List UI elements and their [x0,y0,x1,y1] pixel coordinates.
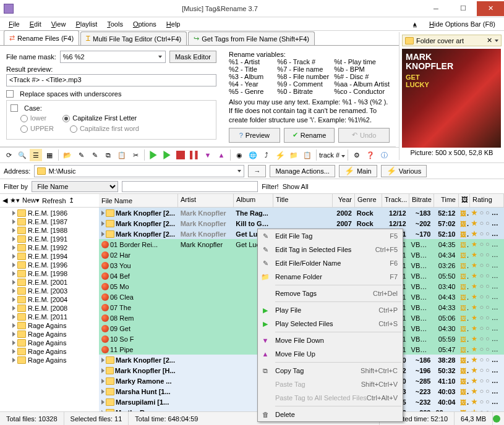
edit-multi-icon[interactable]: ✎ [88,149,101,161]
export-icon[interactable]: ⤴ [260,149,273,161]
col-genre[interactable]: Genre [355,194,382,207]
tree-folder[interactable]: Rage Agains [0,321,99,330]
play-sel-icon[interactable] [161,149,173,161]
filter-button[interactable]: Filter! [262,183,279,190]
expand-icon[interactable] [101,379,105,384]
menu-edit-file-tag[interactable]: ✎Edit File TagF5 [258,229,403,243]
filter-input[interactable] [122,181,258,192]
expand-icon[interactable] [12,237,15,242]
folder-open-icon[interactable]: 📂 [61,149,74,161]
tree-folder[interactable]: Rage Agains [0,330,99,339]
col-filename[interactable]: File Name [99,194,178,207]
tree-folder[interactable]: R.E.M. [1988 [0,226,99,235]
menu-help[interactable]: Help [161,19,186,29]
folder-action-icon[interactable]: 📁 [288,149,300,161]
expand-icon[interactable] [101,211,105,216]
list-row[interactable]: Mark Knopfler [2...Mark KnopflerKill to … [99,218,504,229]
tree-fav-icon[interactable]: ★▾ [10,196,20,204]
tree-folder[interactable]: R.E.M. [1992 [0,243,99,252]
tree-folder[interactable]: Rage Agains [0,356,99,364]
menu-move-file-down[interactable]: ▼Move File Down [258,334,403,347]
expand-icon[interactable] [101,232,105,237]
refresh-icon[interactable]: ⟳ [2,149,15,161]
paste-icon[interactable]: 📋 [116,149,128,161]
menu-move-file-up[interactable]: ▲Move File Up [258,347,403,361]
close-button[interactable]: ✕ [477,1,504,16]
tree-folder[interactable]: R.E.M. [1996 [0,261,99,269]
expand-icon[interactable] [101,221,105,226]
tree-folder[interactable]: Rage Agains [0,339,99,347]
tree-folder[interactable]: R.E.M. [1986 [0,209,99,217]
minimize-button[interactable]: ─ [422,1,450,16]
hide-options-bar[interactable]: Hide Options Bar (F8) [424,19,500,29]
expand-icon[interactable] [12,314,15,319]
expand-icon[interactable] [12,245,15,250]
expand-icon[interactable] [12,332,15,337]
col-bitrate[interactable]: Bitrate [409,194,434,207]
cd-icon[interactable]: ◉ [233,149,246,161]
expand-icon[interactable] [101,368,105,373]
tree-folder[interactable]: R.E.M. [1994 [0,252,99,261]
expand-icon[interactable] [12,297,15,302]
expand-icon[interactable] [12,288,15,293]
col-pic[interactable]: 🖼 [459,194,470,207]
preview-button[interactable]: ?Preview [229,128,280,143]
track-dropdown[interactable]: track # [319,151,345,159]
tree-folder[interactable]: R.E.M. [1987 [0,217,99,226]
expand-icon[interactable] [12,280,15,285]
play-icon[interactable] [147,149,160,161]
replace-spaces-checkbox[interactable] [6,90,14,98]
filter-field-select[interactable]: File Name [32,181,118,192]
tree-folder[interactable]: R.E.M. [2004 [0,295,99,304]
list-row[interactable]: Mark Knopfler [2...Mark KnopflerThe Rag.… [99,208,504,218]
expand-icon[interactable] [12,323,15,328]
col-artist[interactable]: Artist [178,194,234,207]
expand-icon[interactable] [101,358,105,363]
menu-remove-tags[interactable]: Remove TagsCtrl+Del [258,287,403,300]
cut-icon[interactable]: ✂ [129,149,142,161]
expand-icon[interactable] [12,349,15,354]
radio-cap-first-word[interactable] [70,125,77,133]
menu-rename-folder[interactable]: 📁Rename FolderF7 [258,270,403,284]
tree-up-icon[interactable]: ↥ [69,196,74,204]
address-input[interactable]: M:\Music [34,165,244,177]
radio-cap-first-letter[interactable] [62,115,70,122]
expand-icon[interactable] [12,340,15,345]
help-icon[interactable]: ❓ [364,149,377,161]
menu-options[interactable]: Options [128,19,161,29]
tab-multi-file-tag[interactable]: ᏆMulti File Tag Editor (Ctrl+F4) [80,32,187,45]
cover-chevron-icon[interactable] [495,40,498,42]
web-icon[interactable]: 🌐 [247,149,259,161]
expand-icon[interactable] [12,219,15,224]
tree-folder[interactable]: R.E.M. [2003 [0,287,99,295]
settings-icon[interactable]: ⚙ [351,149,363,161]
stop-icon[interactable] [174,149,187,161]
col-time[interactable]: Time [434,194,459,207]
view-grid-icon[interactable]: ▦ [43,149,56,161]
radio-lower[interactable] [20,115,28,122]
copy-icon[interactable]: ⧉ [102,149,114,161]
chevron-up-icon[interactable]: ▴ [408,19,422,29]
expand-icon[interactable] [12,228,15,233]
col-title[interactable]: Title [273,194,333,207]
action-main-button[interactable]: ⚡Main [339,165,377,177]
menu-file[interactable]: File [4,19,25,29]
rename-button[interactable]: ✔Rename [284,128,335,143]
expand-icon[interactable] [12,211,15,216]
view-list-icon[interactable]: ☰ [30,149,42,161]
tree-folder[interactable]: R.E.M. [2008 [0,304,99,313]
tree-new[interactable]: New▾ [22,196,40,204]
pause-icon[interactable] [188,149,200,161]
col-rating[interactable]: Rating [470,194,504,207]
tree-folder[interactable]: R.E.M. [2011 [0,313,99,321]
expand-icon[interactable] [12,263,15,267]
tree-folder[interactable]: R.E.M. [2001 [0,278,99,287]
tree-folder[interactable]: R.E.M. [1991 [0,235,99,243]
menu-edit[interactable]: Edit [25,19,46,29]
clipboard-icon[interactable]: 📋 [301,149,314,161]
mask-input[interactable] [60,51,166,63]
menu-copy-tag[interactable]: ⧉Copy TagShift+Ctrl+C [258,364,403,377]
tree-folder[interactable]: R.E.M. [1998 [0,269,99,278]
maximize-button[interactable]: ☐ [450,1,477,16]
menu-edit-tag-in-selected-files[interactable]: ✎Edit Tag in Selected FilesCtrl+F5 [258,243,403,256]
